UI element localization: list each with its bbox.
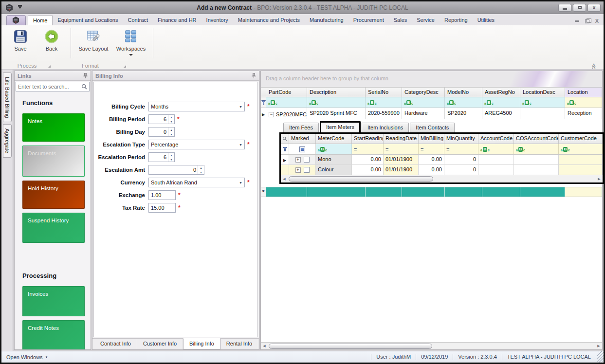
cell-metercode[interactable]: Colour — [316, 165, 352, 175]
filter-cell-marked[interactable] — [289, 144, 316, 154]
cell-readingdate[interactable]: 01/01/1900 — [384, 165, 419, 175]
invoices-button[interactable]: Invoices — [22, 286, 85, 316]
column-header-location[interactable]: Location — [565, 88, 602, 97]
cell-startreading[interactable]: 0.00 — [352, 165, 384, 175]
minimize-button[interactable] — [558, 4, 571, 12]
cell-description[interactable]: SP2020 Sprint MFC — [307, 108, 366, 119]
qat-dropdown-icon[interactable] — [18, 6, 22, 9]
ribbon-tab-procurement[interactable]: Procurement — [348, 15, 389, 25]
escalation-period-stepper[interactable]: 6 — [148, 152, 175, 162]
billing-cycle-dropdown[interactable]: Months — [148, 102, 245, 111]
cell-cosaccountcode[interactable] — [514, 165, 559, 175]
cell-startreading[interactable]: 0.00 — [352, 155, 384, 164]
cell-categorydesc[interactable]: Hardware — [402, 108, 445, 119]
suspend-history-button[interactable]: Suspend History — [22, 213, 85, 243]
documents-button[interactable]: Documents — [22, 146, 85, 177]
tab-item-fees[interactable]: Item Fees — [283, 123, 319, 132]
filter-cell-partcode[interactable]: aBc — [266, 97, 307, 108]
column-header-readingdate[interactable]: ReadingDate — [384, 134, 419, 144]
cell-cosaccountcode[interactable] — [514, 155, 559, 164]
meter-row-colour[interactable]: Colour 0.00 01/01/1900 0.00 0 — [281, 165, 603, 175]
column-header-assetregno[interactable]: AssetRegNo — [482, 88, 520, 97]
currency-dropdown[interactable]: South African Rand — [148, 178, 245, 187]
scroll-thumb[interactable] — [269, 344, 432, 349]
filter-pin-icon[interactable] — [281, 144, 289, 154]
column-header-minbilling[interactable]: MinBilling — [419, 134, 444, 144]
escalation-amt-stepper[interactable]: 0 — [148, 165, 204, 175]
filter-cell-assetregno[interactable]: aBc — [482, 97, 520, 108]
ribbon-tab-utilities[interactable]: Utilities — [473, 15, 499, 25]
search-input[interactable] — [18, 84, 81, 90]
cell-location[interactable]: Reception — [565, 108, 602, 119]
new-row-cell[interactable] — [307, 187, 366, 197]
tab-contract-info[interactable]: Contract Info — [94, 339, 137, 349]
new-row-cell[interactable] — [482, 187, 520, 197]
ribbon-tab-reporting[interactable]: Reporting — [440, 15, 473, 25]
tab-rental-info[interactable]: Rental Info — [220, 339, 258, 349]
mdi-restore-icon[interactable] — [585, 19, 589, 23]
grid-horizontal-scrollbar[interactable]: ◀ ▶ — [261, 342, 602, 349]
tab-item-inclusions[interactable]: Item Inclusions — [362, 123, 409, 132]
column-header-description[interactable]: Description — [307, 88, 366, 97]
ribbon-tab-finance-and-hr[interactable]: Finance and HR — [153, 15, 202, 25]
maximize-button[interactable] — [573, 4, 586, 12]
spin-down-icon[interactable] — [168, 157, 174, 162]
collapse-row-icon[interactable] — [269, 112, 274, 117]
cell-metercode[interactable]: Mono — [316, 155, 352, 164]
cell-minquantity[interactable]: 0 — [444, 155, 478, 164]
meter-row-mono[interactable]: Mono 0.00 01/01/1900 0.00 0 — [281, 155, 603, 165]
cell-marked[interactable] — [289, 155, 316, 164]
ribbon-tab-inventory[interactable]: Inventory — [202, 15, 233, 25]
new-row-cell[interactable] — [402, 187, 445, 197]
filter-cell-readingdate[interactable]: = — [384, 144, 419, 154]
mdi-close-icon[interactable]: X — [595, 19, 599, 23]
save-button[interactable]: Save — [6, 28, 35, 59]
cell-accountcode[interactable] — [478, 165, 514, 175]
grid-search-icon[interactable] — [281, 134, 289, 144]
spin-up-icon[interactable] — [168, 127, 174, 132]
column-header-accountcode[interactable]: AccountCode — [478, 134, 514, 144]
column-header-serialno[interactable]: SerialNo — [366, 88, 402, 97]
cell-accountcode[interactable] — [478, 155, 514, 164]
dialog-launcher-icon[interactable] — [124, 65, 126, 68]
filter-cell-minquantity[interactable]: = — [444, 144, 478, 154]
spin-down-icon[interactable] — [168, 132, 174, 136]
filter-cell-description[interactable]: aBc — [307, 97, 366, 108]
filter-cell-metercode[interactable]: aBc — [316, 144, 352, 154]
ribbon-tab-maintenance-and-projects[interactable]: Maintenance and Projects — [233, 15, 305, 25]
cell-minbilling[interactable]: 0.00 — [419, 155, 444, 164]
hold-history-button[interactable]: Hold History — [22, 181, 85, 209]
scroll-right-icon[interactable]: ▶ — [595, 344, 602, 348]
spin-down-icon[interactable] — [168, 119, 174, 124]
cell-locationdesc[interactable] — [520, 108, 565, 119]
cell-customercode[interactable] — [559, 155, 603, 164]
back-button[interactable]: Back — [37, 28, 66, 59]
column-header-metercode[interactable]: MeterCode — [316, 134, 352, 144]
new-row-cell[interactable] — [520, 187, 565, 197]
close-button[interactable]: X — [587, 4, 601, 12]
ribbon-tab-equipment-and-locations[interactable]: Equipment and Locations — [53, 15, 123, 25]
cell-readingdate[interactable]: 01/01/1900 — [384, 155, 419, 164]
checkbox-indeterminate[interactable] — [299, 146, 305, 152]
billing-day-stepper[interactable]: 0 — [148, 127, 175, 137]
new-row-cell-location[interactable] — [565, 187, 602, 197]
cell-minbilling[interactable]: 0.00 — [419, 165, 444, 175]
search-icon[interactable] — [81, 84, 87, 90]
filter-cell-minbilling[interactable]: = — [419, 144, 444, 154]
column-header-minquantity[interactable]: MinQuantity — [444, 134, 478, 144]
ribbon-tab-contract[interactable]: Contract — [123, 15, 153, 25]
filter-cell-location[interactable]: aBc — [565, 97, 602, 108]
save-layout-button[interactable]: Save Layout — [76, 28, 111, 59]
billing-period-stepper[interactable]: 6 — [148, 114, 175, 124]
column-header-partcode[interactable]: PartCode — [266, 88, 307, 97]
checkbox-unchecked[interactable] — [304, 167, 310, 173]
group-by-band[interactable]: Drag a column header here to group by th… — [261, 71, 602, 87]
new-row-cell[interactable] — [445, 187, 482, 197]
tax-rate-field[interactable]: 15.00 — [148, 203, 176, 213]
cell-customercode[interactable] — [559, 165, 603, 175]
nested-horizontal-scrollbar[interactable]: ◀ ▶ — [281, 175, 603, 182]
scroll-right-icon[interactable]: ▶ — [596, 177, 603, 181]
filter-cell-startreading[interactable]: = — [352, 144, 384, 154]
cell-assetregno[interactable]: AREG4500 — [482, 108, 520, 119]
ribbon-tab-service[interactable]: Service — [412, 15, 440, 25]
